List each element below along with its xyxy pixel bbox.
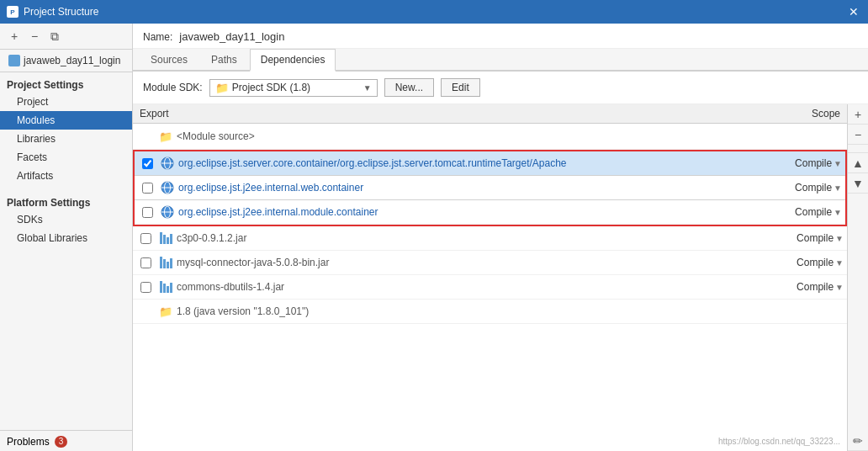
edit-sdk-button[interactable]: Edit xyxy=(441,78,480,97)
dep-checkbox-mysql[interactable] xyxy=(140,257,151,268)
sidebar-item-facets[interactable]: Facets xyxy=(0,148,132,167)
dep-check-module-container[interactable] xyxy=(135,204,160,221)
sidebar-item-artifacts[interactable]: Artifacts xyxy=(0,167,132,185)
dep-icon-web-container xyxy=(160,180,175,195)
dep-scope-arrow-c3p0[interactable]: ▼ xyxy=(835,234,844,243)
remove-module-button[interactable]: − xyxy=(25,27,44,45)
dep-checkbox-tomcat[interactable] xyxy=(142,158,153,169)
dep-row-module-source[interactable]: 📁 <Module source> xyxy=(133,124,847,150)
svg-rect-12 xyxy=(170,234,172,244)
dep-checkbox-c3p0[interactable] xyxy=(140,233,151,244)
module-icon xyxy=(8,55,20,66)
tab-dependencies[interactable]: Dependencies xyxy=(250,49,336,72)
add-dep-button[interactable]: + xyxy=(848,104,868,125)
highlighted-deps-group: org.eclipse.jst.server.core.container/or… xyxy=(133,150,847,226)
dep-scope-arrow-module-container[interactable]: ▼ xyxy=(834,208,842,217)
dep-checkbox-module-container[interactable] xyxy=(142,207,153,218)
scroll-down-button[interactable]: ▼ xyxy=(848,173,868,194)
dep-name-jdk: 1.8 (java version "1.8.0_101") xyxy=(173,302,771,321)
dep-icon-dbutils xyxy=(158,279,173,294)
svg-rect-20 xyxy=(170,283,172,293)
dep-checkbox-dbutils[interactable] xyxy=(140,282,151,293)
dep-check-dbutils[interactable] xyxy=(133,279,158,296)
title-bar-title: Project Structure xyxy=(24,6,98,18)
watermark: https://blog.csdn.net/qq_33223... xyxy=(718,437,840,446)
deps-area: Export Scope 📁 <Module source> xyxy=(133,104,868,451)
tab-paths[interactable]: Paths xyxy=(200,49,248,70)
dep-name-c3p0: c3p0-0.9.1.2.jar xyxy=(173,229,771,247)
dep-check-jdk xyxy=(133,308,158,315)
dep-row-c3p0[interactable]: c3p0-0.9.1.2.jar Compile ▼ xyxy=(133,226,847,251)
dep-scope-c3p0: Compile ▼ xyxy=(771,229,847,247)
svg-rect-14 xyxy=(163,259,166,268)
dep-scope-value-dbutils: Compile xyxy=(797,281,834,293)
dep-scope-value-module-container: Compile xyxy=(795,206,832,218)
dep-icon-c3p0 xyxy=(158,231,173,246)
dep-row-jdk[interactable]: 📁 1.8 (java version "1.8.0_101") xyxy=(133,300,847,324)
dep-scope-tomcat: Compile ▼ xyxy=(770,154,845,172)
deps-header: Export Scope xyxy=(133,104,847,124)
tab-sources[interactable]: Sources xyxy=(140,49,198,70)
sidebar-item-global-libraries[interactable]: Global Libraries xyxy=(0,229,132,247)
dep-scope-arrow-tomcat[interactable]: ▼ xyxy=(834,159,842,168)
right-panel: Name: javaweb_day11_login Sources Paths … xyxy=(133,24,868,451)
dep-row-mysql[interactable]: mysql-connector-java-5.0.8-bin.jar Compi… xyxy=(133,251,847,275)
dep-check-c3p0[interactable] xyxy=(133,230,158,247)
dep-scope-jdk xyxy=(771,308,847,315)
dep-check-mysql[interactable] xyxy=(133,254,158,272)
sidebar-item-sdks[interactable]: SDKs xyxy=(0,210,132,229)
dep-row-dbutils[interactable]: commons-dbutils-1.4.jar Compile ▼ xyxy=(133,275,847,300)
sdk-select[interactable]: 📁 Project SDK (1.8) ▼ xyxy=(209,79,378,97)
problems-row[interactable]: Problems 3 xyxy=(0,430,132,451)
dep-scope-value-c3p0: Compile xyxy=(797,232,834,244)
dep-row-tomcat[interactable]: org.eclipse.jst.server.core.container/or… xyxy=(135,151,845,176)
svg-rect-19 xyxy=(167,286,169,293)
close-button[interactable]: ✕ xyxy=(846,4,861,19)
module-item[interactable]: javaweb_day11_login xyxy=(5,53,127,68)
add-module-button[interactable]: + xyxy=(5,27,24,45)
svg-rect-9 xyxy=(160,232,162,244)
dep-checkbox-web-container[interactable] xyxy=(142,183,153,194)
title-bar-left: P Project Structure xyxy=(7,6,98,18)
dep-icon-mysql xyxy=(158,255,173,270)
scroll-up-button[interactable]: ▲ xyxy=(848,153,868,173)
dep-scope-arrow-dbutils[interactable]: ▼ xyxy=(835,283,844,292)
project-settings-section: Project Settings xyxy=(0,72,132,93)
svg-rect-16 xyxy=(170,258,172,268)
dep-scope-module-container: Compile ▼ xyxy=(770,203,845,221)
dep-scope-arrow-mysql[interactable]: ▼ xyxy=(835,258,844,268)
sidebar-item-modules[interactable]: Modules xyxy=(0,111,132,130)
dep-name-tomcat: org.eclipse.jst.server.core.container/or… xyxy=(175,154,770,172)
sdk-row: Module SDK: 📁 Project SDK (1.8) ▼ New...… xyxy=(133,72,868,104)
module-tree: javaweb_day11_login xyxy=(0,50,132,72)
dep-scope-value-tomcat: Compile xyxy=(795,157,832,169)
dep-name-web-container: org.eclipse.jst.j2ee.internal.web.contai… xyxy=(175,178,770,197)
scope-header: Scope xyxy=(763,104,847,123)
scroll-up-area xyxy=(848,145,868,153)
sidebar: + − ⧉ javaweb_day11_login Project Settin… xyxy=(0,24,133,451)
dep-row-web-container[interactable]: org.eclipse.jst.j2ee.internal.web.contai… xyxy=(135,176,845,200)
module-name: javaweb_day11_login xyxy=(24,55,120,66)
name-row: Name: javaweb_day11_login xyxy=(133,24,868,49)
problems-label: Problems xyxy=(7,436,50,448)
dep-scope-arrow-web-container[interactable]: ▼ xyxy=(834,183,842,193)
edit-dep-button[interactable]: ✏ xyxy=(848,431,868,451)
dep-scope-value-web-container: Compile xyxy=(795,182,832,194)
sidebar-item-project[interactable]: Project xyxy=(0,93,132,111)
dep-scope-mysql: Compile ▼ xyxy=(771,253,847,272)
sidebar-item-libraries[interactable]: Libraries xyxy=(0,130,132,148)
remove-dep-button[interactable]: − xyxy=(848,125,868,145)
title-bar: P Project Structure ✕ xyxy=(0,0,868,24)
tabs-row: Sources Paths Dependencies xyxy=(133,49,868,72)
dep-check-web-container[interactable] xyxy=(135,179,160,197)
new-sdk-button[interactable]: New... xyxy=(384,78,434,97)
dep-name-mysql: mysql-connector-java-5.0.8-bin.jar xyxy=(173,253,771,272)
copy-module-button[interactable]: ⧉ xyxy=(45,27,64,45)
dep-row-module-container[interactable]: org.eclipse.jst.j2ee.internal.module.con… xyxy=(135,200,845,225)
app-icon: P xyxy=(7,6,19,18)
dep-icon-module-container xyxy=(160,204,175,220)
platform-settings-section: Platform Settings xyxy=(0,190,132,210)
sdk-folder-icon: 📁 xyxy=(215,82,229,94)
dep-check-tomcat[interactable] xyxy=(135,155,160,172)
export-header: Export xyxy=(133,104,200,123)
